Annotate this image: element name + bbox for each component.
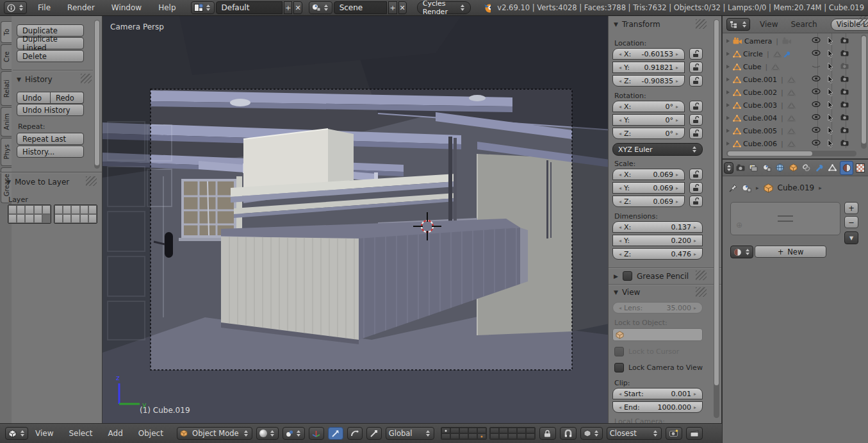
lock-to-object-field[interactable] — [612, 328, 703, 341]
selectability-cursor-icon[interactable] — [823, 101, 837, 109]
layer-cell[interactable] — [508, 428, 517, 433]
panel-drag-grip[interactable] — [696, 19, 707, 29]
clip-start-field[interactable]: ◂Start:0.001▸ — [612, 388, 703, 399]
history-panel-header[interactable]: ▼ History — [17, 75, 88, 84]
location-z-field[interactable]: ◂Z:-0.90835▸ — [612, 75, 685, 87]
lock-rotation-y-button[interactable] — [689, 114, 703, 126]
close-layout-button[interactable]: ✕ — [293, 1, 302, 14]
scale-manipulator-button[interactable] — [366, 427, 382, 440]
viewport-menu-add[interactable]: Add — [105, 429, 126, 438]
operator-panel-header[interactable]: ▼ Move to Layer — [6, 178, 90, 187]
tab-render[interactable] — [734, 162, 747, 174]
selectability-cursor-icon[interactable] — [823, 114, 837, 122]
visibility-eye-icon[interactable] — [809, 76, 823, 83]
decrement-icon[interactable]: ◂ — [619, 65, 621, 71]
layer-cell[interactable] — [441, 433, 450, 439]
layer-cell[interactable] — [468, 433, 477, 439]
layer-cell-object[interactable] — [477, 433, 486, 439]
material-browse-button[interactable] — [730, 246, 753, 258]
translate-manipulator-button[interactable] — [328, 427, 343, 440]
transform-orientation-dropdown[interactable]: Global — [386, 427, 434, 440]
rotation-x-field[interactable]: ◂X:0°▸ — [612, 101, 685, 112]
lock-to-cursor-row[interactable]: Lock to Cursor — [614, 347, 679, 356]
expand-icon[interactable] — [726, 52, 730, 56]
layer-cell[interactable] — [25, 214, 33, 223]
visibility-eye-icon[interactable] — [809, 114, 823, 122]
decrement-icon[interactable]: ◂ — [619, 117, 621, 123]
layer-cell-selected[interactable] — [42, 214, 51, 223]
scale-x-field[interactable]: ◂X:0.069▸ — [612, 169, 685, 180]
outliner-row-circle[interactable]: Circle | — [723, 47, 859, 60]
visible-layers-grid-2[interactable] — [489, 427, 536, 440]
material-slot-list[interactable]: ⊕ — [730, 202, 840, 235]
decrement-icon[interactable]: ◂ — [619, 131, 621, 137]
selectability-cursor-icon[interactable] — [823, 50, 837, 58]
viewport-menu-object[interactable]: Object — [135, 429, 167, 438]
visibility-eye-icon[interactable] — [809, 37, 823, 45]
decrement-icon[interactable]: ◂ — [619, 104, 621, 110]
tab-render-layers[interactable] — [748, 162, 760, 174]
scale-y-field[interactable]: ◂Y:0.069▸ — [612, 182, 685, 194]
view-panel-header[interactable]: ▼ View — [614, 288, 640, 297]
history-menu-button[interactable]: History... — [17, 146, 84, 158]
tab-texture[interactable] — [854, 162, 867, 174]
add-material-slot-button[interactable]: + — [844, 202, 858, 214]
expand-icon[interactable] — [726, 78, 730, 81]
dimensions-y-field[interactable]: ◂Y:0.200▸ — [612, 235, 703, 246]
remove-material-slot-button[interactable]: − — [844, 216, 858, 228]
lock-location-x-button[interactable] — [689, 48, 703, 60]
outliner-row-cube-002[interactable]: Cube.002 | — [723, 86, 859, 99]
visibility-eye-icon-off[interactable] — [809, 63, 823, 71]
expand-icon[interactable] — [726, 129, 730, 133]
duplicate-linked-button[interactable]: Duplicate Linked — [17, 37, 84, 49]
rotation-y-field[interactable]: ◂Y:0°▸ — [612, 114, 685, 126]
visibility-eye-icon[interactable] — [809, 50, 823, 58]
tab-material[interactable] — [840, 161, 854, 175]
outliner-row-cube-005[interactable]: Cube.005 | — [723, 124, 859, 137]
add-layout-button[interactable]: + — [284, 1, 292, 14]
renderability-camera-icon[interactable] — [837, 114, 851, 122]
manipulator-toggle-button[interactable] — [309, 427, 324, 440]
location-y-field[interactable]: ◂Y:0.91821▸ — [612, 62, 685, 73]
redo-button[interactable]: Redo — [51, 92, 84, 104]
increment-icon[interactable]: ▸ — [694, 224, 696, 230]
grease-pencil-panel-header[interactable]: ▶ Grease Pencil — [614, 271, 689, 281]
menu-window[interactable]: Window — [108, 3, 145, 12]
tab-animation[interactable]: Anim — [1, 107, 12, 137]
panel-drag-grip[interactable] — [86, 176, 97, 186]
layer-cell[interactable] — [71, 205, 79, 214]
outliner-menu-search[interactable]: Search — [787, 20, 820, 29]
move-to-layer-grid-2[interactable] — [54, 205, 97, 224]
snap-element-dropdown[interactable] — [580, 427, 603, 440]
expand-icon[interactable] — [726, 116, 730, 120]
lock-location-y-button[interactable] — [689, 62, 703, 73]
selectability-cursor-icon[interactable] — [823, 140, 837, 147]
undo-history-button[interactable]: Undo History — [17, 104, 84, 116]
scale-z-field[interactable]: ◂Z:0.069▸ — [612, 196, 685, 207]
viewport-shading-dropdown[interactable] — [256, 427, 279, 440]
object-breadcrumb-cube-icon[interactable] — [764, 183, 773, 193]
layer-cell[interactable] — [17, 214, 25, 223]
mode-dropdown[interactable]: Object Mode — [177, 427, 252, 440]
layer-cell[interactable] — [508, 433, 517, 439]
decrement-icon[interactable]: ◂ — [619, 199, 621, 205]
tab-constraints[interactable] — [800, 162, 813, 174]
lock-camera-to-view-row[interactable]: Lock Camera to View — [614, 363, 703, 372]
layer-cell[interactable] — [88, 205, 97, 214]
decrement-icon[interactable]: ◂ — [619, 78, 621, 84]
tab-create[interactable]: Cre — [1, 44, 12, 70]
lock-to-scene-button[interactable] — [539, 427, 556, 440]
3d-viewport[interactable]: z y Camera Persp (1) Cube.019 ▼ Transfor… — [102, 16, 722, 423]
visibility-eye-icon[interactable] — [809, 140, 823, 147]
render-engine-dropdown[interactable]: Cycles Render — [417, 1, 471, 14]
move-to-layer-grid-1[interactable] — [8, 205, 51, 224]
viewport-menu-view[interactable]: View — [32, 429, 56, 438]
tab-object[interactable] — [787, 162, 799, 174]
layer-cell[interactable] — [63, 214, 71, 223]
editor-type-properties-button[interactable] — [724, 162, 733, 174]
snap-toggle-button[interactable] — [560, 427, 577, 440]
visibility-eye-icon[interactable] — [809, 88, 823, 96]
layer-cell[interactable] — [34, 205, 42, 214]
layer-cell[interactable] — [25, 205, 33, 214]
lock-scale-y-button[interactable] — [689, 182, 703, 194]
